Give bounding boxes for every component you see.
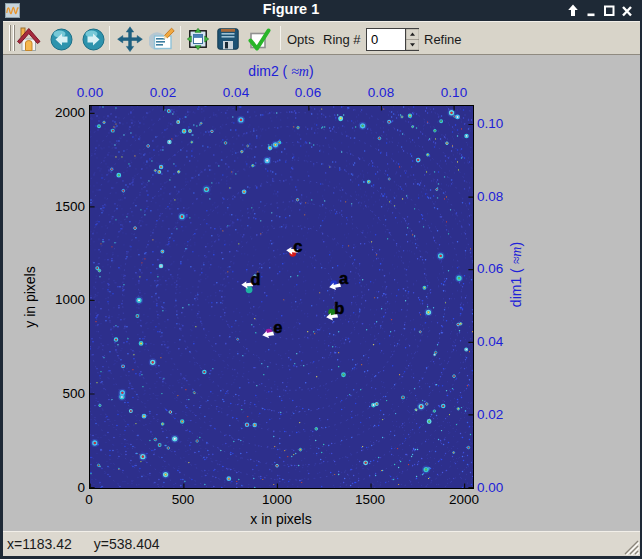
svg-text:b: b: [334, 299, 344, 317]
svg-text:d: d: [251, 270, 261, 288]
svg-text:a: a: [339, 269, 349, 287]
svg-text:e: e: [273, 318, 282, 336]
svg-text:c: c: [293, 237, 302, 255]
